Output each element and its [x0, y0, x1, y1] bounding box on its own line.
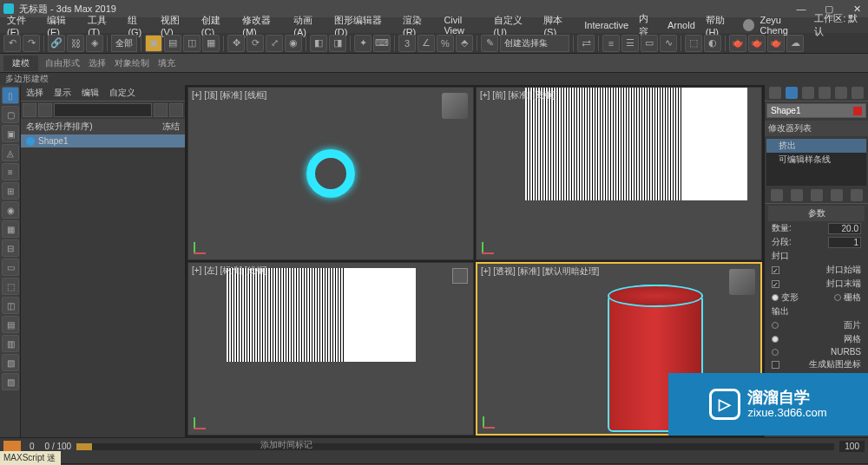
se-search-field[interactable] [54, 103, 152, 117]
ltool-5[interactable]: ≡ [2, 163, 19, 180]
cap-start-checkbox[interactable] [772, 266, 779, 274]
selection-filter[interactable]: 全部 [111, 35, 137, 52]
unique-icon[interactable] [811, 189, 823, 201]
render-setup-button[interactable]: 🫖 [729, 35, 746, 52]
ribbon-group-fill[interactable]: 填充 [158, 57, 175, 69]
show-result-icon[interactable] [791, 189, 803, 201]
curve-editor-button[interactable]: ∿ [660, 35, 677, 52]
redo-button[interactable]: ↷ [23, 35, 40, 52]
se-col-frozen[interactable]: 冻结 [162, 121, 180, 133]
layer-button[interactable]: ☰ [621, 35, 639, 52]
modify-tab-icon[interactable] [786, 87, 798, 99]
se-tab-edit[interactable]: 编辑 [76, 85, 104, 101]
material-editor-button[interactable]: ◐ [704, 35, 721, 52]
object-name-field[interactable]: Shape1 [766, 103, 866, 118]
morph-radio[interactable] [772, 294, 779, 301]
scene-item-shape1[interactable]: Shape1 [21, 134, 185, 147]
undo-button[interactable]: ↶ [3, 35, 21, 52]
user-name[interactable]: Zeyu Cheng [760, 15, 809, 36]
menu-modifiers[interactable]: 修改器(M) [239, 14, 286, 37]
ltool-12[interactable]: ◫ [2, 297, 19, 314]
select-name-button[interactable]: ▤ [164, 35, 181, 52]
se-col-name[interactable]: 名称(按升序排序) [26, 121, 93, 133]
menu-help[interactable]: 帮助(H) [702, 14, 740, 37]
pivot-button[interactable]: ◨ [329, 35, 346, 52]
display-tab-icon[interactable] [835, 87, 847, 99]
keyboard-button[interactable]: ⌨ [373, 35, 391, 52]
ltool-11[interactable]: ⬚ [2, 278, 19, 295]
menu-create[interactable]: 创建(C) [198, 14, 235, 37]
ltool-6[interactable]: ⊞ [2, 182, 19, 200]
vp-label-top[interactable]: [+] [顶] [标准] [线框] [192, 89, 266, 102]
se-btn-lock[interactable] [169, 103, 183, 117]
modifier-list-dropdown[interactable]: 修改器列表 [765, 121, 868, 136]
ltool-10[interactable]: ▭ [2, 259, 19, 276]
modifier-stack[interactable]: 挤出 可编辑样条线 [766, 139, 866, 186]
ltool-14[interactable]: ▥ [2, 335, 19, 352]
menu-tools[interactable]: 工具(T) [84, 14, 121, 37]
vp-label-front[interactable]: [+] [前] [标准] [线框] [480, 89, 555, 102]
ltool-16[interactable]: ▨ [2, 373, 19, 390]
viewport-top[interactable]: [+] [顶] [标准] [线框] [187, 87, 474, 260]
pin-stack-icon[interactable] [771, 189, 783, 201]
ltool-7[interactable]: ◉ [2, 201, 19, 219]
menu-interactive[interactable]: Interactive [581, 20, 632, 30]
render-online-button[interactable]: ☁ [786, 35, 804, 52]
vp-label-persp[interactable]: [+] [透视] [标准] [默认明暗处理] [481, 265, 599, 278]
slider-track[interactable] [76, 443, 834, 450]
object-color-swatch[interactable] [853, 107, 862, 115]
genmap-checkbox[interactable] [772, 361, 779, 369]
menu-edit[interactable]: 编辑(E) [43, 14, 81, 37]
se-btn-filter[interactable] [154, 103, 168, 117]
configure-icon[interactable] [851, 189, 863, 201]
maxscript-listener[interactable]: MAXScript 迷 [0, 451, 61, 465]
segments-input[interactable]: 1 [828, 237, 861, 248]
mesh-radio[interactable] [772, 336, 779, 343]
modifier-spline[interactable]: 可编辑样条线 [766, 153, 866, 167]
ribbon-toggle-button[interactable]: ▭ [641, 35, 658, 52]
ltool-8[interactable]: ▦ [2, 220, 19, 238]
grid-radio[interactable] [834, 294, 841, 301]
snap-button[interactable]: 3 [398, 35, 416, 52]
menu-group[interactable]: 组(G) [124, 14, 154, 37]
bind-button[interactable]: ◈ [86, 35, 103, 52]
select-tool[interactable]: ▯ [2, 87, 19, 104]
ribbon-tab-modeling[interactable]: 建模 [3, 56, 38, 71]
create-tab-icon[interactable] [769, 87, 781, 99]
user-avatar[interactable] [743, 19, 754, 31]
timeline-ruler[interactable] [0, 455, 868, 463]
ribbon-group-freeform[interactable]: 自由形式 [45, 57, 80, 69]
menu-file[interactable]: 文件(F) [3, 14, 40, 37]
nurbs-radio[interactable] [772, 349, 779, 356]
placement-button[interactable]: ◉ [285, 35, 302, 52]
menu-civilview[interactable]: Civil View [440, 15, 486, 36]
render-button[interactable]: 🫖 [767, 35, 785, 52]
ltool-2[interactable]: ▢ [2, 106, 19, 123]
schematic-button[interactable]: ⬚ [685, 35, 702, 52]
viewport-left[interactable]: [+] [左] [标准] [线框] [187, 262, 474, 436]
spinner-snap-button[interactable]: ⬘ [456, 35, 473, 52]
vp-label-left[interactable]: [+] [左] [标准] [线框] [192, 265, 266, 277]
viewport-front[interactable]: [+] [前] [标准] [线框] [476, 87, 762, 260]
motion-tab-icon[interactable] [819, 87, 831, 99]
editset-button[interactable]: ✎ [481, 35, 498, 52]
hierarchy-tab-icon[interactable] [802, 87, 814, 99]
workspace-dropdown[interactable]: 工作区: 默认 [814, 12, 865, 38]
utilities-tab-icon[interactable] [852, 87, 864, 99]
ltool-4[interactable]: ◬ [2, 144, 19, 161]
ribbon-group-paint[interactable]: 对象绘制 [115, 57, 149, 69]
ltool-3[interactable]: ▣ [2, 125, 19, 142]
manipulate-button[interactable]: ✦ [354, 35, 372, 52]
refsys-button[interactable]: ◧ [310, 35, 327, 52]
angle-snap-button[interactable]: ∠ [418, 35, 435, 52]
remove-mod-icon[interactable] [831, 189, 843, 201]
se-tab-display[interactable]: 显示 [49, 85, 76, 101]
ltool-9[interactable]: ⊟ [2, 239, 19, 257]
select-object-button[interactable]: ▣ [145, 35, 162, 52]
vp-maximize-icon[interactable] [452, 268, 468, 284]
select-region-button[interactable]: ◫ [183, 35, 201, 52]
move-button[interactable]: ✥ [227, 35, 245, 52]
window-crossing-button[interactable]: ▦ [202, 35, 220, 52]
percent-snap-button[interactable]: % [437, 35, 454, 52]
time-slider[interactable]: 0 0 / 100 100 [0, 437, 868, 455]
